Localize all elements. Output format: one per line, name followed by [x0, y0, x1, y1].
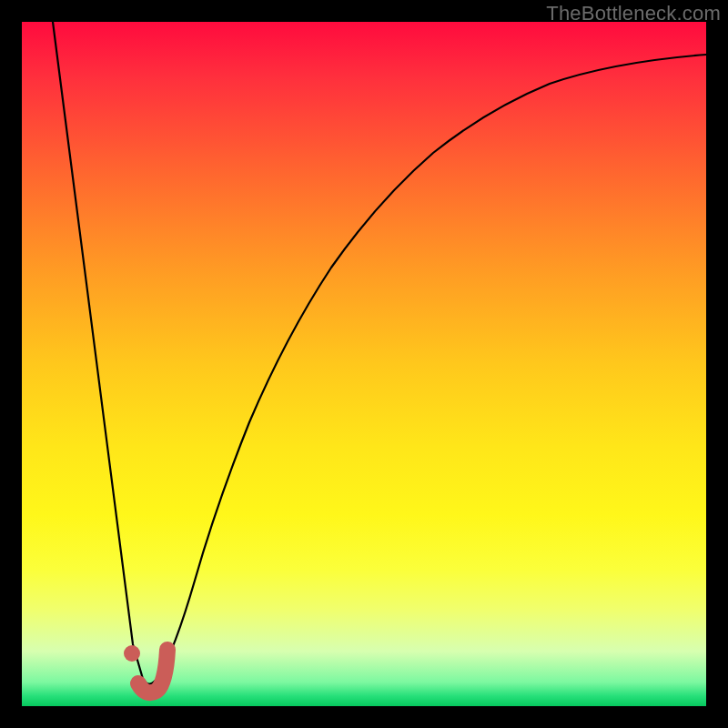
watermark-text: TheBottleneck.com [546, 2, 721, 25]
bottleneck-curve [53, 22, 706, 684]
marker-dot [124, 645, 140, 662]
chart-canvas [22, 22, 706, 706]
bottleneck-chart [22, 22, 706, 706]
highlight-j-hook [138, 650, 167, 693]
